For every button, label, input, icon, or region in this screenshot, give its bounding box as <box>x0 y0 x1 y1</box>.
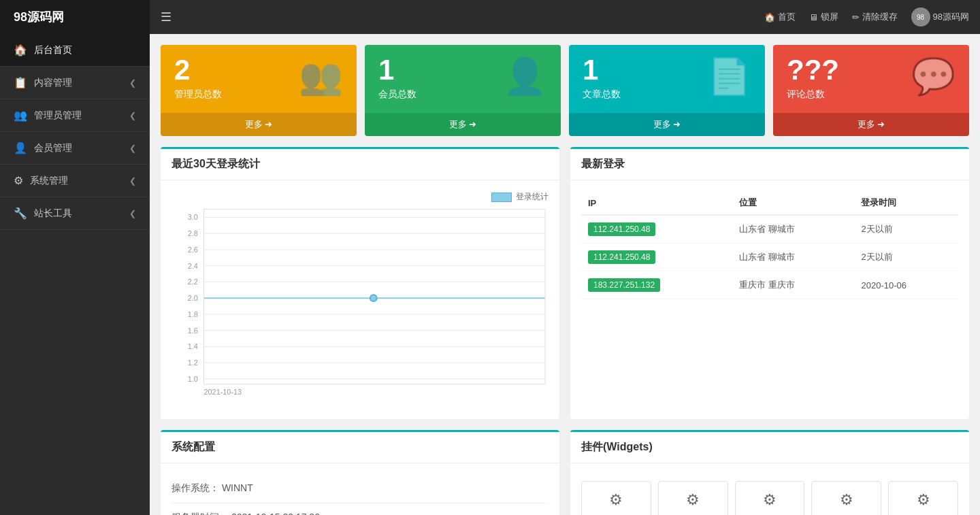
stat-footer-members[interactable]: 更多 ➜ <box>365 113 561 136</box>
location-cell: 重庆市 重庆市 <box>732 271 854 299</box>
home-icon: 🏠 <box>14 44 27 56</box>
widget-input[interactable]: ⚙ Input <box>581 481 651 515</box>
login-body: IP 位置 登录时间 112.241.250.48 山东省 聊城市 2天以前 <box>570 180 969 310</box>
svg-text:1.4: 1.4 <box>188 342 198 350</box>
svg-text:1.6: 1.6 <box>188 327 198 335</box>
stat-label-comments: 评论总数 <box>787 88 839 101</box>
clear-cache-link[interactable]: ✏ 清除缓存 <box>852 11 898 23</box>
widgets-panel: 挂件(Widgets) ⚙ Input ⚙ Select ⚙ <box>570 430 969 515</box>
system-config-title: 系统配置 <box>161 430 559 463</box>
stat-number-comments: ??? <box>787 56 839 84</box>
widget-icon-select: ⚙ <box>686 491 700 509</box>
sidebar-label-content: 内容管理 <box>34 77 72 89</box>
bottom-row: 系统配置 操作系统： WINNT 服务器时间： 2021-10-15 20:17… <box>161 430 969 515</box>
stat-label-admins: 管理员总数 <box>174 88 222 101</box>
widget-checkbox[interactable]: ⚙ Checkbox <box>811 481 881 515</box>
chevron-icon-members: ❮ <box>129 144 136 153</box>
stat-number-articles: 1 <box>583 56 621 84</box>
config-item-os: 操作系统： WINNT <box>172 474 549 503</box>
stat-number-members: 1 <box>378 56 416 84</box>
login-title: 最新登录 <box>570 147 969 180</box>
svg-text:1.0: 1.0 <box>188 375 198 383</box>
content-icon: 📋 <box>14 76 27 89</box>
sidebar-label-members: 会员管理 <box>34 142 72 154</box>
svg-text:2.0: 2.0 <box>188 294 198 302</box>
time-cell: 2天以前 <box>854 215 958 244</box>
config-label-os: 操作系统： <box>172 482 219 493</box>
svg-text:3.0: 3.0 <box>188 213 198 221</box>
stat-card-members: 1 会员总数 👤 更多 ➜ <box>365 45 561 136</box>
location-cell: 山东省 聊城市 <box>732 215 854 244</box>
col-location: 位置 <box>732 191 854 215</box>
lock-link[interactable]: 🖥 锁屏 <box>809 11 838 23</box>
header: ☰ 🏠 首页 🖥 锁屏 ✏ 清除缓存 98 98源码网 <box>150 0 980 34</box>
stat-number-admins: 2 <box>174 56 222 84</box>
sidebar-item-content[interactable]: 📋 内容管理 ❮ <box>0 67 150 99</box>
stat-label-members: 会员总数 <box>378 88 416 101</box>
middle-row: 最近30天登录统计 登录统计 3.0 2.8 2.6 2.4 2.2 <box>161 147 969 419</box>
chart-panel: 最近30天登录统计 登录统计 3.0 2.8 2.6 2.4 2.2 <box>161 147 559 419</box>
sidebar-item-members[interactable]: 👤 会员管理 ❮ <box>0 132 150 165</box>
svg-text:2.8: 2.8 <box>188 229 198 237</box>
config-value-time: 2021-10-15 20:17:26 <box>231 512 320 515</box>
stat-footer-articles[interactable]: 更多 ➜ <box>569 113 765 136</box>
sidebar-item-tools[interactable]: 🔧 站长工具 ❮ <box>0 197 150 230</box>
config-value-os: WINNT <box>222 482 253 493</box>
svg-text:1.8: 1.8 <box>188 310 198 318</box>
time-cell: 2天以前 <box>854 244 958 271</box>
login-panel: 最新登录 IP 位置 登录时间 112.241.250.48 <box>570 147 969 419</box>
system-config-body: 操作系统： WINNT 服务器时间： 2021-10-15 20:17:26 P… <box>161 463 559 515</box>
widgets-row1: ⚙ Input ⚙ Select ⚙ Textarea ⚙ <box>581 474 958 515</box>
chart-svg: 3.0 2.8 2.6 2.4 2.2 2.0 1.8 1.6 1.4 1.2 … <box>172 208 549 405</box>
ip-cell: 112.241.250.48 <box>581 244 732 271</box>
stat-card-admins: 2 管理员总数 👥 更多 ➜ <box>161 45 357 136</box>
sidebar-label-tools: 站长工具 <box>34 207 72 220</box>
table-row: 112.241.250.48 山东省 聊城市 2天以前 <box>581 215 958 244</box>
tools-icon: 🔧 <box>14 207 27 220</box>
stat-icon-members: 👤 <box>503 56 547 97</box>
avatar: 98 <box>911 7 930 27</box>
time-cell: 2020-10-06 <box>854 271 958 299</box>
admin-icon: 👥 <box>14 109 27 122</box>
ip-cell: 183.227.251.132 <box>581 271 732 299</box>
menu-toggle-icon[interactable]: ☰ <box>161 10 172 24</box>
table-row: 112.241.250.48 山东省 聊城市 2天以前 <box>581 244 958 271</box>
members-icon: 👤 <box>14 142 27 154</box>
username: 98源码网 <box>933 11 969 23</box>
stats-row: 2 管理员总数 👥 更多 ➜ 1 会员总数 👤 更多 ➜ <box>161 45 969 136</box>
system-icon: ⚙ <box>14 174 23 187</box>
stat-footer-comments[interactable]: 更多 ➜ <box>773 113 969 136</box>
widget-icon-input: ⚙ <box>609 491 623 509</box>
stat-label-articles: 文章总数 <box>583 88 621 101</box>
user-menu[interactable]: 98 98源码网 <box>911 7 969 27</box>
chevron-icon-content: ❮ <box>129 78 136 88</box>
col-ip: IP <box>581 191 732 215</box>
stat-card-comments: ??? 评论总数 💬 更多 ➜ <box>773 45 969 136</box>
svg-text:2.4: 2.4 <box>188 262 198 270</box>
config-item-time: 服务器时间： 2021-10-15 20:17:26 <box>172 503 549 515</box>
stat-icon-admins: 👥 <box>299 56 343 97</box>
sidebar-item-dashboard[interactable]: 🏠 后台首页 <box>0 34 150 67</box>
chart-title: 最近30天登录统计 <box>161 147 559 180</box>
location-cell: 山东省 聊城市 <box>732 244 854 271</box>
sidebar-label-dashboard: 后台首页 <box>34 44 72 56</box>
chevron-icon-admin: ❮ <box>129 111 136 120</box>
sidebar: 98源码网 🏠 后台首页 📋 内容管理 ❮ 👥 管理员管理 ❮ 👤 会员管理 ❮… <box>0 0 150 515</box>
widget-radio[interactable]: ⚙ Radio <box>888 481 958 515</box>
main-content: ☰ 🏠 首页 🖥 锁屏 ✏ 清除缓存 98 98源码网 2 管理员总数 👥 <box>150 0 980 515</box>
widgets-body: ⚙ Input ⚙ Select ⚙ Textarea ⚙ <box>570 463 969 515</box>
sidebar-logo: 98源码网 <box>0 0 150 34</box>
stat-footer-admins[interactable]: 更多 ➜ <box>161 113 357 136</box>
sidebar-item-system[interactable]: ⚙ 系统管理 ❮ <box>0 165 150 197</box>
sidebar-item-admin[interactable]: 👥 管理员管理 ❮ <box>0 99 150 132</box>
ip-badge: 183.227.251.132 <box>588 278 660 292</box>
ip-badge: 112.241.250.48 <box>588 222 655 236</box>
login-table: IP 位置 登录时间 112.241.250.48 山东省 聊城市 2天以前 <box>581 191 958 299</box>
home-link[interactable]: 🏠 首页 <box>764 11 796 23</box>
widget-textarea[interactable]: ⚙ Textarea <box>735 481 805 515</box>
ip-cell: 112.241.250.48 <box>581 215 732 244</box>
svg-text:2.6: 2.6 <box>188 246 198 254</box>
chevron-icon-system: ❮ <box>129 176 136 186</box>
table-row: 183.227.251.132 重庆市 重庆市 2020-10-06 <box>581 271 958 299</box>
widget-select[interactable]: ⚙ Select <box>658 481 728 515</box>
